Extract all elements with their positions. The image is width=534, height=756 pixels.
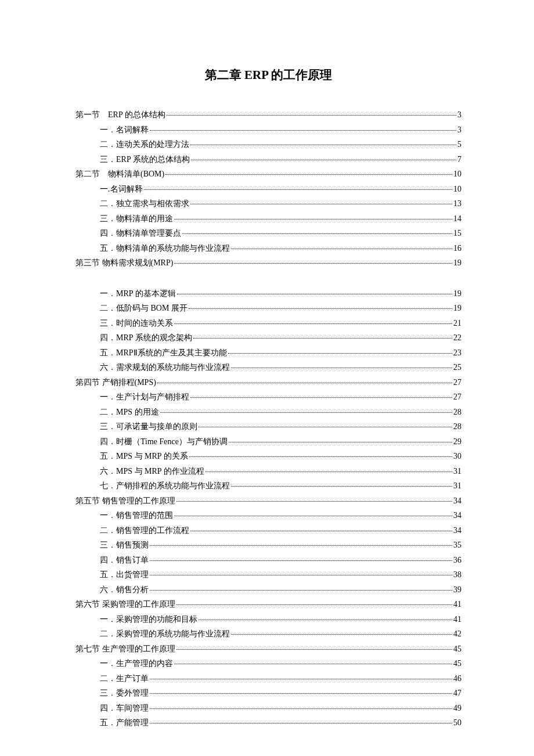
toc-page-number: 34	[453, 497, 461, 505]
toc-label: 一．生产管理的内容	[100, 660, 173, 668]
toc-page-number: 19	[453, 259, 461, 267]
toc-page-number: 50	[453, 719, 461, 727]
toc-leader-dots	[174, 263, 452, 264]
toc-leader-dots	[191, 160, 456, 160]
toc-entry: 一．名词解释3	[75, 126, 461, 134]
toc-leader-dots	[150, 130, 456, 131]
toc-entry: 四．物料清单管理要点15	[75, 229, 461, 237]
toc-leader-dots	[157, 383, 452, 383]
toc-entry: 四．MRP 系统的观念架构22	[75, 334, 461, 342]
toc-entry: 三．委外管理47	[75, 689, 461, 697]
toc-label: 第五节 销售管理的工作原理	[75, 497, 175, 505]
toc-entry: 二．MPS 的用途28	[75, 408, 461, 416]
toc-page-number: 5	[457, 141, 461, 149]
toc-page-number: 19	[453, 304, 461, 312]
toc-label: 四．车间管理	[100, 704, 149, 712]
toc-entry: 第五节 销售管理的工作原理34	[75, 497, 461, 505]
toc-label: 一．采购管理的功能和目标	[100, 615, 197, 624]
toc-page-number: 36	[453, 556, 461, 564]
toc-page-number: 22	[453, 334, 461, 342]
toc-page-number: 30	[453, 452, 461, 460]
toc-leader-dots	[174, 323, 452, 324]
toc-leader-dots	[150, 545, 452, 546]
toc-entry: 七．产销排程的系统功能与作业流程31	[75, 482, 461, 490]
toc-page-number: 10	[453, 185, 461, 193]
toc-entry: 一．采购管理的功能和目标41	[75, 615, 461, 624]
toc-entry: 一.名词解释10	[75, 185, 461, 193]
toc-leader-dots	[176, 604, 453, 605]
toc-page-number: 45	[453, 645, 461, 653]
toc-label: 三．销售预测	[100, 541, 149, 549]
toc-entry: 第二节 物料清单(BOM)10	[75, 170, 461, 178]
toc-label: 一.名词解释	[100, 185, 143, 193]
toc-label: 一．名词解释	[100, 126, 149, 134]
toc-page-number: 3	[457, 126, 461, 134]
toc-page-number: 25	[453, 363, 461, 372]
toc-label: 三．可承诺量与接单的原则	[100, 423, 197, 431]
toc-label: 第一节 ERP 的总体结构	[75, 111, 165, 119]
toc-entry: 二．独立需求与相依需求13	[75, 200, 461, 208]
toc-label: 第四节 产销排程(MPS)	[75, 379, 156, 387]
toc-leader-dots	[199, 620, 452, 620]
toc-entry: 三．销售预测35	[75, 541, 461, 549]
toc-page-number: 46	[453, 675, 461, 683]
toc-label: 五．产能管理	[100, 719, 149, 727]
toc-leader-dots	[205, 471, 452, 472]
toc-leader-dots	[190, 531, 452, 531]
toc-leader-dots	[177, 294, 452, 294]
toc-entry: 第四节 产销排程(MPS)27	[75, 379, 461, 387]
toc-page-number: 28	[453, 423, 461, 431]
toc-page-number: 34	[453, 527, 461, 535]
toc-leader-dots	[150, 723, 452, 723]
toc-leader-dots	[189, 308, 452, 309]
toc-leader-dots	[231, 249, 452, 249]
toc-page-number: 49	[453, 704, 461, 712]
toc-page-number: 41	[453, 600, 461, 609]
toc-page-number: 16	[453, 244, 461, 253]
toc-entry: 三．ERP 系统的总体结构7	[75, 156, 461, 164]
toc-leader-dots	[150, 679, 452, 679]
toc-leader-dots	[150, 693, 452, 694]
toc-label: 六．MPS 与 MRP 的作业流程	[100, 467, 204, 476]
toc-page-number: 42	[453, 630, 461, 638]
toc-label: 五．MPS 与 MRP 的关系	[100, 452, 188, 460]
toc-label: 一．MRP 的基本逻辑	[100, 290, 176, 298]
toc-page-number: 31	[453, 467, 461, 476]
toc-entry: 四．车间管理49	[75, 704, 461, 712]
toc-page-number: 7	[457, 156, 461, 164]
toc-entry: 二．采购管理的系统功能与作业流程42	[75, 630, 461, 638]
toc-leader-dots	[231, 368, 452, 368]
toc-page-number: 10	[453, 170, 461, 178]
toc-leader-dots	[174, 664, 452, 664]
toc-entry: 六．需求规划的系统功能与作业流程25	[75, 363, 461, 372]
toc-leader-dots	[167, 115, 456, 116]
toc-entry: 一．生产计划与产销排程27	[75, 393, 461, 401]
toc-entry: 五．产能管理50	[75, 719, 461, 727]
toc-page-number: 29	[453, 438, 461, 446]
toc-leader-dots	[160, 412, 452, 413]
toc-label: 六．销售分析	[100, 586, 149, 594]
toc-label: 七．产销排程的系统功能与作业流程	[100, 482, 230, 490]
toc-entry: 六．销售分析39	[75, 586, 461, 594]
toc-label: 三．委外管理	[100, 689, 149, 697]
toc-entry: 四．时栅（Time Fence）与产销协调29	[75, 438, 461, 446]
toc-entry: 五．物料清单的系统功能与作业流程16	[75, 244, 461, 253]
page-title: 第二章 ERP 的工作原理	[75, 67, 461, 83]
toc-leader-dots	[165, 174, 452, 175]
toc-leader-dots	[174, 219, 452, 219]
toc-entry: 三．物料清单的用途14	[75, 215, 461, 223]
toc-label: 一．生产计划与产销排程	[100, 393, 189, 401]
toc-leader-dots	[176, 501, 453, 502]
toc-page-number: 28	[453, 408, 461, 416]
toc-label: 五．物料清单的系统功能与作业流程	[100, 244, 230, 253]
toc-entry: 二．低阶码与 BOM 展开19	[75, 304, 461, 312]
toc-gap	[75, 274, 461, 290]
toc-page-number: 27	[453, 379, 461, 387]
toc-entry: 二．连动关系的处理方法5	[75, 141, 461, 149]
toc-label: 二．生产订单	[100, 675, 149, 683]
toc-page-number: 23	[453, 349, 461, 357]
toc-page-number: 35	[453, 541, 461, 549]
toc-label: 六．需求规划的系统功能与作业流程	[100, 363, 230, 372]
toc-label: 二．MPS 的用途	[100, 408, 159, 416]
toc-label: 一．销售管理的范围	[100, 512, 173, 520]
